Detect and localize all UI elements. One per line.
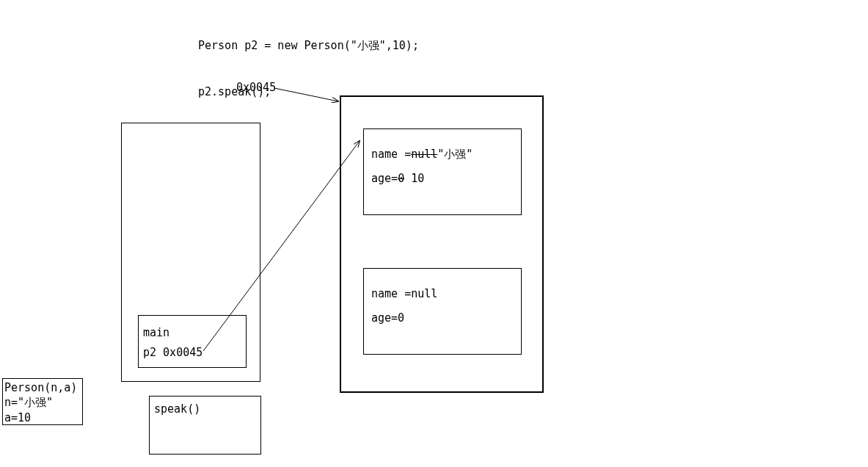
main-var-p2: p2 0x0045 — [143, 343, 241, 363]
main-stack-frame: main p2 0x0045 — [138, 315, 247, 368]
person-ctor-a: a=10 — [4, 410, 81, 425]
code-line-1: Person p2 = new Person("小强",10); — [198, 38, 419, 54]
obj2-age-line: age=0 — [371, 306, 514, 330]
person-constructor-frame: Person(n,a) n="小强" a=10 — [2, 378, 83, 425]
obj1-age-new: 10 — [404, 172, 424, 185]
obj1-name-line: name =null"小强" — [371, 142, 514, 167]
obj1-name-new: "小强" — [437, 148, 473, 161]
heap-object-2: name =null age=0 — [363, 268, 522, 355]
obj1-name-prefix: name = — [371, 148, 411, 161]
heap-object-1: name =null"小强" age=0 10 — [363, 128, 522, 215]
person-ctor-header: Person(n,a) — [4, 380, 81, 395]
obj1-name-old: null — [411, 148, 437, 161]
speak-label: speak() — [154, 402, 256, 416]
person-ctor-n: n="小强" — [4, 395, 81, 410]
address-label: 0x0045 — [236, 81, 276, 94]
main-label: main — [143, 323, 241, 343]
obj1-age-prefix: age= — [371, 172, 398, 185]
obj1-age-old: 0 — [398, 172, 404, 185]
speak-frame: speak() — [149, 396, 261, 455]
obj2-name-line: name =null — [371, 282, 514, 306]
obj1-age-line: age=0 10 — [371, 167, 514, 191]
